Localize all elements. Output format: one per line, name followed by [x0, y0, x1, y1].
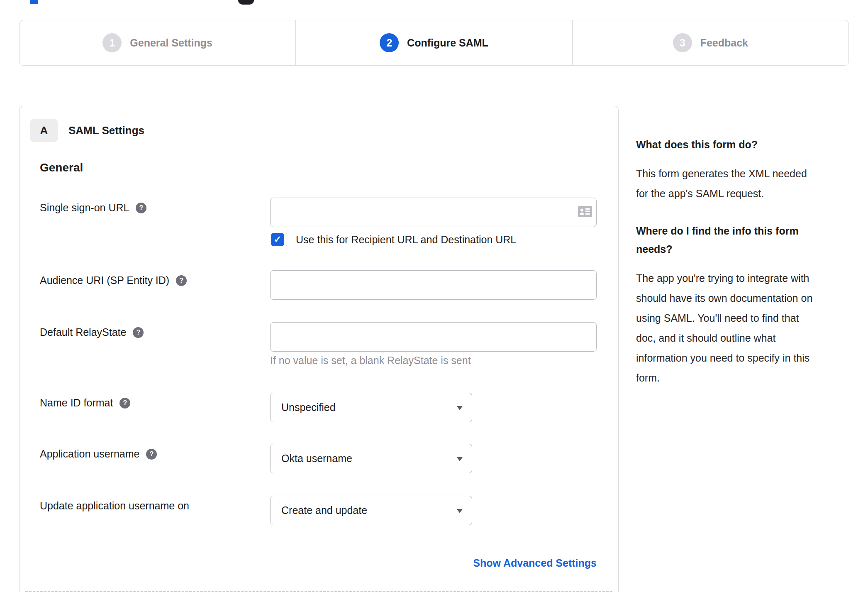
name-id-format-select[interactable]: Unspecified — [270, 393, 472, 422]
step-feedback[interactable]: 3 Feedback — [572, 20, 848, 65]
section-a-badge: A — [30, 119, 58, 142]
relay-state-hint: If no value is set, a blank RelayState i… — [270, 355, 471, 367]
update-username-value: Create and update — [281, 504, 367, 516]
name-id-format-value: Unspecified — [281, 401, 336, 413]
app-username-value: Okta username — [281, 453, 352, 465]
app-username-help-icon[interactable]: ? — [146, 449, 157, 460]
sidebar-paragraph-1: This form generates the XML needed for t… — [636, 164, 854, 203]
sidebar-heading-2: Where do I find the info this form needs… — [636, 222, 854, 258]
saml-settings-panel: A SAML Settings General Single sign-on U… — [19, 106, 619, 592]
help-sidebar: What does this form do? This form genera… — [636, 135, 854, 406]
show-advanced-settings-link[interactable]: Show Advanced Settings — [270, 557, 597, 569]
sso-url-label: Single sign-on URL — [40, 202, 129, 214]
name-id-format-help-icon[interactable]: ? — [119, 398, 130, 409]
sso-url-help-icon[interactable]: ? — [136, 203, 146, 213]
name-id-format-label-row: Name ID format ? — [40, 397, 130, 409]
sso-url-label-row: Single sign-on URL ? — [40, 202, 146, 214]
step-3-label: Feedback — [700, 37, 748, 49]
general-section-title: General — [40, 161, 83, 174]
audience-uri-help-icon[interactable]: ? — [176, 275, 187, 286]
panel-title: SAML Settings — [68, 119, 144, 142]
step-1-badge: 1 — [102, 33, 122, 52]
step-configure-saml[interactable]: 2 Configure SAML — [295, 20, 572, 65]
relay-state-input[interactable] — [270, 322, 597, 352]
relay-state-label: Default RelayState — [40, 326, 126, 338]
wizard-stepper: 1 General Settings 2 Configure SAML 3 Fe… — [19, 20, 849, 66]
chevron-down-icon — [457, 406, 463, 410]
app-username-label-row: Application username ? — [40, 448, 157, 460]
step-general-settings[interactable]: 1 General Settings — [20, 20, 295, 65]
step-1-label: General Settings — [130, 37, 212, 49]
update-username-label-row: Update application username on — [40, 500, 189, 512]
name-id-format-label: Name ID format — [40, 397, 113, 409]
audience-uri-input[interactable] — [270, 270, 597, 300]
app-username-select[interactable]: Okta username — [270, 444, 472, 473]
chevron-down-icon — [457, 457, 463, 461]
chevron-down-icon — [457, 509, 463, 513]
recipient-url-checkbox-label: Use this for Recipient URL and Destinati… — [296, 234, 516, 246]
audience-uri-label-row: Audience URI (SP Entity ID) ? — [40, 274, 187, 286]
cutoff-header-blue-fragment — [30, 0, 38, 4]
sidebar-paragraph-2: The app you're trying to integrate with … — [636, 268, 854, 388]
app-username-label: Application username — [40, 448, 139, 460]
cutoff-header-dark-icon-fragment — [238, 0, 254, 5]
relay-state-help-icon[interactable]: ? — [133, 327, 144, 338]
recipient-url-checkbox-row[interactable]: ✓ Use this for Recipient URL and Destina… — [271, 233, 516, 246]
contact-card-icon — [578, 206, 592, 219]
relay-state-label-row: Default RelayState ? — [40, 326, 144, 338]
audience-uri-label: Audience URI (SP Entity ID) — [40, 274, 169, 286]
recipient-url-checkbox[interactable]: ✓ — [271, 233, 284, 246]
step-2-label: Configure SAML — [407, 37, 488, 49]
sso-url-input[interactable] — [270, 198, 597, 227]
update-username-select[interactable]: Create and update — [270, 496, 472, 525]
step-2-badge: 2 — [380, 33, 399, 52]
step-3-badge: 3 — [673, 33, 692, 52]
sidebar-heading-1: What does this form do? — [636, 135, 854, 154]
update-username-label: Update application username on — [40, 500, 189, 512]
